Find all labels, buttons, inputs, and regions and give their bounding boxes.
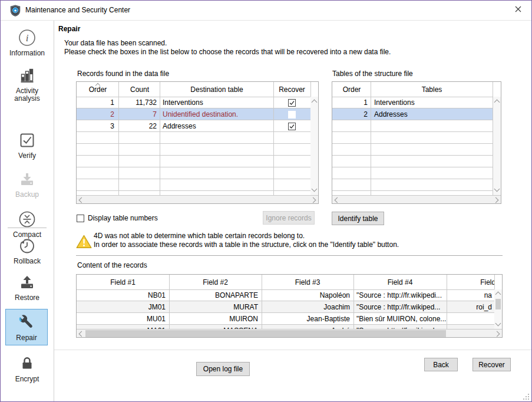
cell-order: 1 <box>332 97 371 108</box>
scroll-down-icon[interactable] <box>495 321 501 327</box>
info-icon: i <box>18 40 36 48</box>
column-header-field2[interactable]: Field #2 <box>169 275 262 289</box>
recover-button[interactable]: Recover <box>472 358 511 371</box>
sidebar-item-label: Backup <box>1 191 54 199</box>
cell-field1: NB01 <box>77 289 169 301</box>
records-table: Order Count Destination table Recover 1 … <box>76 81 319 204</box>
horizontal-scroll-thumb[interactable] <box>85 330 446 337</box>
scroll-up-icon[interactable] <box>494 100 500 106</box>
window-title: Maintenance and Security Center <box>25 6 130 14</box>
sidebar-item-encrypt[interactable]: Encrypt <box>1 355 54 383</box>
cell-field1: MU01 <box>77 313 169 325</box>
scroll-left-icon[interactable] <box>79 197 85 203</box>
identify-table-button[interactable]: Identify table <box>332 212 384 225</box>
close-button[interactable] <box>505 1 531 19</box>
cell-table: Addresses <box>371 108 493 120</box>
ignore-records-button: Ignore records <box>263 211 315 225</box>
table-row[interactable]: MU01 MUIRON Jean-Baptiste "Bien sûr MUIR… <box>77 313 494 325</box>
rollback-icon <box>18 248 36 256</box>
cell-field2: MUIRON <box>169 313 262 325</box>
column-header-field3[interactable]: Field #3 <box>262 275 353 289</box>
scroll-down-icon[interactable] <box>312 186 318 192</box>
cell-field4: "Source : http://fr.wikiped... <box>353 325 447 329</box>
display-table-numbers-option[interactable]: Display table numbers <box>77 214 158 222</box>
scroll-right-icon[interactable] <box>310 197 316 203</box>
column-header-order[interactable]: Order <box>77 82 119 97</box>
column-header-tables[interactable]: Tables <box>371 82 493 97</box>
column-header-field4[interactable]: Field #4 <box>353 275 447 289</box>
cell-count: 7 <box>119 108 160 120</box>
sidebar-item-label: Rollback <box>1 258 54 265</box>
table-row[interactable]: JM01 MURAT Joachim "Source : http://fr.w… <box>77 301 494 313</box>
vertical-scrollbar[interactable] <box>493 97 501 195</box>
display-table-numbers-checkbox[interactable] <box>77 215 84 222</box>
column-header-recover[interactable]: Recover <box>273 82 310 97</box>
content-table-label: Content of the records <box>77 261 147 269</box>
column-header-order[interactable]: Order <box>332 82 371 97</box>
table-row[interactable]: 3 22 Addresses <box>77 120 310 132</box>
vertical-scroll-thumb[interactable] <box>495 299 501 309</box>
sidebar-item-label: Activity analysis <box>4 87 51 103</box>
cell-field1: MA01 <box>77 325 169 329</box>
warning-text-line1: 4D was not able to determine which table… <box>94 232 305 240</box>
resize-grip[interactable] <box>523 393 529 399</box>
sidebar-item-activity-analysis[interactable]: Activity analysis <box>1 67 54 103</box>
recover-checkbox-unchecked[interactable] <box>288 111 296 118</box>
table-row[interactable]: 1 Interventions <box>332 97 493 108</box>
page-title: Repair <box>58 25 80 33</box>
table-row-selected[interactable]: 2 Addresses <box>332 108 493 120</box>
scroll-up-icon[interactable] <box>312 100 318 106</box>
recover-checkbox-checked[interactable] <box>288 123 296 130</box>
titlebar: ★ Maintenance and Security Center <box>1 1 531 21</box>
vertical-scrollbar[interactable] <box>494 289 502 329</box>
cell-destination: Interventions <box>160 97 273 108</box>
sidebar-item-repair[interactable]: Repair <box>5 309 48 345</box>
column-header-count[interactable]: Count <box>119 82 160 97</box>
repair-wrench-icon <box>17 312 36 333</box>
scroll-down-icon[interactable] <box>494 186 500 192</box>
compact-icon <box>18 222 36 230</box>
sidebar-item-restore[interactable]: Restore <box>1 274 54 302</box>
table-row[interactable]: 1 11,732 Interventions <box>77 97 310 108</box>
horizontal-scrollbar[interactable] <box>77 329 502 337</box>
cell-field3: Napoléon <box>262 289 353 301</box>
back-button[interactable]: Back <box>424 358 458 371</box>
scroll-left-icon[interactable] <box>79 331 85 337</box>
column-header-field5[interactable]: Field #5 <box>447 275 494 289</box>
sidebar-item-label: Information <box>1 50 54 57</box>
table-row-selected[interactable]: 2 7 Unidentified destination. <box>77 108 310 120</box>
scroll-right-icon[interactable] <box>493 197 499 203</box>
scroll-left-icon[interactable] <box>335 197 341 203</box>
content-rows-viewport: NB01 BONAPARTE Napoléon "Source : http:/… <box>77 289 494 329</box>
maintenance-security-center-window: ★ Maintenance and Security Center i Info… <box>0 0 532 402</box>
content-table: Field #1 Field #2 Field #3 Field #4 Fiel… <box>76 274 503 338</box>
table-row[interactable]: NB01 BONAPARTE Napoléon "Source : http:/… <box>77 289 494 301</box>
cell-field4: "Source : http://fr.wikipedi... <box>353 289 447 301</box>
horizontal-scrollbar[interactable] <box>77 195 318 203</box>
sidebar-item-verify[interactable]: Verify <box>1 131 54 160</box>
svg-text:★: ★ <box>14 8 17 12</box>
open-log-file-button[interactable]: Open log file <box>196 362 250 376</box>
scroll-up-icon[interactable] <box>495 292 501 298</box>
cell-order: 2 <box>77 108 119 120</box>
sidebar: i Information Activity analysis <box>1 21 54 401</box>
table-row[interactable]: MA01 MASSENA André "Source : http://fr.w… <box>77 325 494 329</box>
structure-table: Order Tables 1 Interventions 2 Addresses <box>332 81 501 204</box>
cell-field5 <box>447 325 494 329</box>
sidebar-item-rollback[interactable]: Rollback <box>1 237 54 265</box>
cell-destination: Addresses <box>160 120 273 132</box>
column-header-destination[interactable]: Destination table <box>160 82 273 97</box>
vertical-scrollbar[interactable] <box>310 97 318 195</box>
sidebar-item-information[interactable]: i Information <box>1 29 54 57</box>
horizontal-scrollbar[interactable] <box>332 195 501 203</box>
cell-field4: "Bien sûr MUIRON, colone... <box>353 313 447 325</box>
recover-checkbox-checked[interactable] <box>288 99 296 107</box>
structure-table-label: Tables of the structure file <box>332 70 413 78</box>
cell-field3: André <box>262 325 353 329</box>
scroll-right-icon[interactable] <box>494 331 500 337</box>
cell-field3: Jean-Baptiste <box>262 313 353 325</box>
sidebar-item-compact[interactable]: Compact <box>1 210 54 239</box>
cell-field2: MASSENA <box>169 325 262 329</box>
column-header-field1[interactable]: Field #1 <box>77 275 169 289</box>
warning-text-line2: In order to associate these records with… <box>94 240 399 249</box>
